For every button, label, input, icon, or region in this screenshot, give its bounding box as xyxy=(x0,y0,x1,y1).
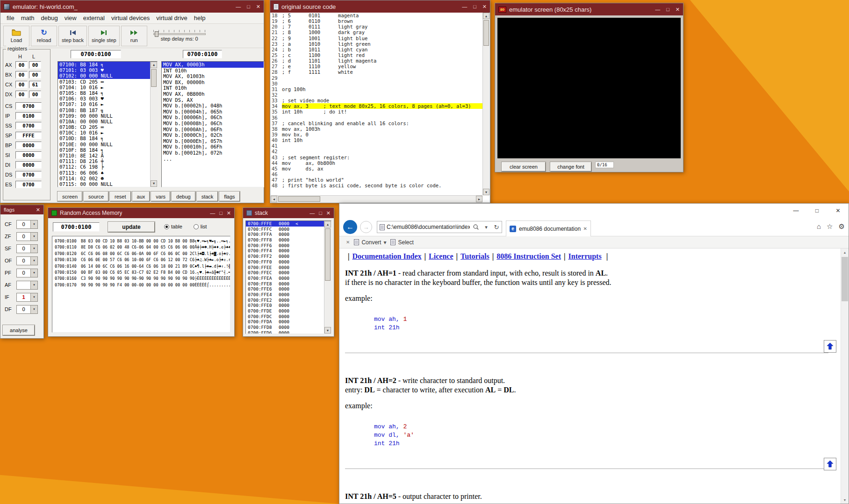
scroll-right-icon[interactable] xyxy=(476,196,482,202)
register-value[interactable]: 0000 xyxy=(15,142,42,149)
reload-button[interactable]: ↻ reload xyxy=(31,26,57,46)
scroll-up-icon[interactable] xyxy=(324,221,331,227)
doc-nav-link[interactable]: Tutorials xyxy=(460,252,489,260)
view-tab-button[interactable]: flags xyxy=(219,192,239,201)
doc-nav-link[interactable]: Interrupts xyxy=(568,252,602,260)
run-button[interactable]: run xyxy=(121,26,147,46)
stack-row[interactable]: 0700:FFFA 0000 xyxy=(246,232,324,237)
menu-item[interactable]: math xyxy=(18,14,38,22)
machine-code-row[interactable]: 07105: B8 184 ╕ xyxy=(58,90,150,96)
single-step-button[interactable]: single step xyxy=(88,26,120,46)
machine-code-row[interactable]: 0710D: B8 184 ╕ xyxy=(58,135,150,141)
instruction-address-field[interactable]: 0700:0100 xyxy=(183,50,222,58)
machine-code-list[interactable]: 07100: B8 184 ╕07101: 03 003 ♥07102: 00 … xyxy=(58,61,158,187)
scroll-up-icon[interactable] xyxy=(483,13,489,19)
emulator-titlebar[interactable]: emulator: hi-world.com_ xyxy=(0,0,264,13)
instruction-row[interactable]: MOV b.[00008h], 06Ch xyxy=(162,121,264,127)
source-line[interactable]: 26 ; d 1101 light magenta xyxy=(271,58,489,64)
stack-row[interactable]: 0700:FFFE 0000 < xyxy=(246,221,324,227)
slider-thumb[interactable] xyxy=(155,31,158,37)
view-tab-button[interactable]: debug xyxy=(172,192,195,201)
stack-row[interactable]: 0700:FFDC 0000 xyxy=(246,314,324,319)
machine-code-row[interactable]: 07106: 03 003 ♥ xyxy=(58,96,150,101)
stack-row[interactable]: 0700:FFEA 0000 xyxy=(246,276,324,281)
convert-button[interactable]: Convert xyxy=(354,239,386,246)
instruction-row[interactable]: MOV AX, 01003h xyxy=(162,73,264,79)
favorites-icon[interactable] xyxy=(827,222,833,231)
flag-dropdown[interactable]: 0 xyxy=(16,256,38,265)
register-value-l[interactable]: 00 xyxy=(29,61,41,69)
view-tab-button[interactable]: stack xyxy=(197,192,218,201)
menu-item[interactable]: virtual drive xyxy=(153,14,190,22)
browser-tab[interactable]: emu8086 documentation xyxy=(506,220,591,236)
source-titlebar[interactable]: original source code xyxy=(270,0,490,13)
memory-row[interactable]: 0700:0150 00 BF 03 00 C6 05 EC 83-C7 02 … xyxy=(55,270,230,276)
instruction-row[interactable]: MOV DS, AX xyxy=(162,97,264,103)
step-back-button[interactable]: step back xyxy=(58,26,87,46)
instruction-row[interactable]: INT 010h xyxy=(162,68,264,74)
flag-dropdown[interactable]: 1 xyxy=(16,293,38,302)
instruction-row[interactable]: MOV AX, 0B800h xyxy=(162,91,264,97)
instruction-list[interactable]: MOV AX, 00003hINT 010hMOV AX, 01003hMOV … xyxy=(161,61,264,187)
radio-checked-icon[interactable] xyxy=(164,224,169,229)
stack-row[interactable]: 0700:FFF4 0000 xyxy=(246,248,324,254)
register-value-h[interactable]: 00 xyxy=(15,81,28,88)
memory-row[interactable]: 0700:0140 06 14 00 6C C6 06 16 00-64 C6 … xyxy=(55,264,230,270)
register-value[interactable]: 0000 xyxy=(15,151,42,159)
source-horizontal-scrollbar[interactable] xyxy=(271,195,482,202)
select-button[interactable]: Select xyxy=(390,239,413,246)
source-line[interactable]: 31 org 100h xyxy=(271,86,489,92)
scroll-thumb[interactable] xyxy=(278,196,320,202)
machine-code-row[interactable]: 0710A: 00 000 NULL xyxy=(58,119,150,124)
screen-titlebar[interactable]: 80 emulator screen (80x25 chars) xyxy=(495,3,683,15)
address-bar[interactable]: C:\emu8086\documentation\index.ht xyxy=(377,221,502,233)
browser-titlebar[interactable] xyxy=(339,204,849,218)
source-line[interactable]: 37 ; cancel blinking and enable all 16 c… xyxy=(271,121,489,126)
source-editor[interactable]: 18 ; 5 0101 magenta 19 ; 6 0110 brown 20… xyxy=(271,13,489,202)
refresh-icon[interactable] xyxy=(492,222,501,232)
register-value[interactable]: 0100 xyxy=(15,112,42,120)
machine-code-row[interactable]: 07112: C6 198 ╞ xyxy=(58,164,150,170)
doc-nav-link[interactable]: 8086 Instruction Set xyxy=(496,252,561,260)
maximize-icon[interactable] xyxy=(473,4,476,10)
machine-code-row[interactable]: 0710C: 10 016 ► xyxy=(58,130,150,135)
close-icon[interactable] xyxy=(676,7,680,13)
source-line[interactable]: 39 mov bx, 0 xyxy=(271,132,489,137)
source-line[interactable]: 23 ; a 1010 light green xyxy=(271,41,489,47)
menu-item[interactable]: virtual devices xyxy=(108,14,153,22)
stack-row[interactable]: 0700:FFE8 0000 xyxy=(246,281,324,287)
machine-code-row[interactable]: 07104: 10 016 ► xyxy=(58,85,150,90)
stack-row[interactable]: 0700:FFF6 0000 xyxy=(246,243,324,248)
register-value[interactable]: 0700 xyxy=(15,122,42,129)
register-value-h[interactable]: 00 xyxy=(15,91,28,98)
machine-code-row[interactable]: 07108: BB 187 ╗ xyxy=(58,107,150,113)
instruction-row[interactable]: MOV b.[00006h], 06Ch xyxy=(162,114,264,121)
stack-row[interactable]: 0700:FFD6 0000 xyxy=(246,330,324,334)
menu-item[interactable]: view xyxy=(61,14,80,22)
stack-row[interactable]: 0700:FFDA 0000 xyxy=(246,319,324,325)
register-value[interactable]: 0700 xyxy=(15,181,42,188)
back-button[interactable] xyxy=(343,220,357,234)
machine-code-row[interactable]: 07111: D8 216 ╪ xyxy=(58,158,150,164)
source-line[interactable]: 28 ; f 1111 white xyxy=(271,69,489,75)
register-value-l[interactable]: 00 xyxy=(29,71,41,78)
close-icon[interactable] xyxy=(256,4,260,10)
source-line[interactable]: 41 xyxy=(271,143,489,149)
memory-row[interactable]: 0700:0100 B8 03 00 CD 10 B8 03 10-BB 00 … xyxy=(55,239,230,245)
maximize-icon[interactable] xyxy=(806,204,827,218)
chevron-down-icon[interactable] xyxy=(30,220,37,228)
machine-code-row[interactable]: 07101: 03 003 ♥ xyxy=(58,67,150,73)
maximize-icon[interactable] xyxy=(666,7,669,13)
chevron-down-icon[interactable] xyxy=(30,257,37,265)
jump-to-top-button[interactable] xyxy=(824,458,836,470)
memory-dump[interactable]: 0700:0100 B8 03 00 CD 10 B8 03 10-BB 00 … xyxy=(52,236,230,333)
ram-titlebar[interactable]: Random Access Memory xyxy=(48,208,234,218)
scroll-thumb[interactable] xyxy=(151,69,157,87)
register-value[interactable]: 0700 xyxy=(15,102,42,110)
maximize-icon[interactable] xyxy=(247,4,250,10)
minimize-icon[interactable] xyxy=(462,4,467,10)
list-radio-option[interactable]: list xyxy=(194,224,207,229)
source-line[interactable]: 22 ; 9 1001 light blue xyxy=(271,35,489,41)
forward-button[interactable] xyxy=(360,221,372,233)
memory-row[interactable]: 0700:0120 6C C6 06 08 00 6C C6 06-0A 00 … xyxy=(55,251,230,257)
